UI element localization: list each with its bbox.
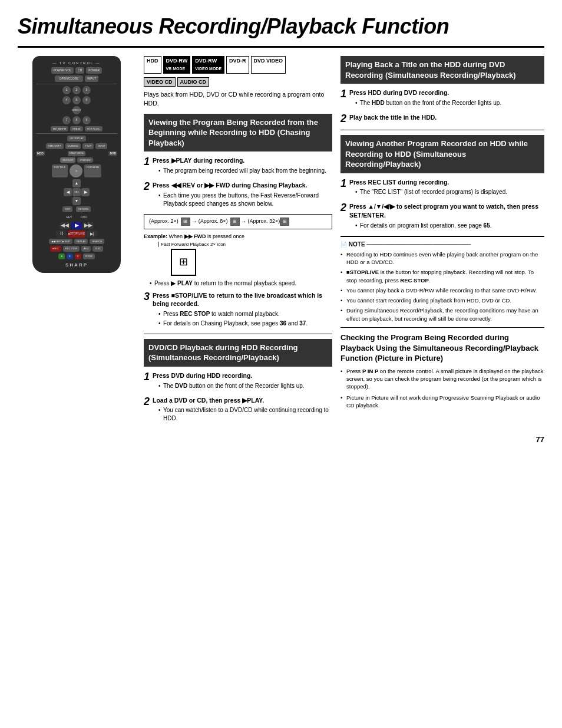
remote-fwd-btn[interactable]: ▶▶: [83, 222, 94, 229]
section3-step2-title: Play back the title in the HDD.: [349, 113, 544, 122]
speed-icon-32x: ⊞: [280, 218, 289, 226]
ff-example: Example: When ▶▶ FWD is pressed once Fas…: [144, 233, 332, 276]
speed-icon-2x: ⊞: [181, 218, 190, 226]
step1-bullet1: The program being recorded will play bac…: [158, 167, 332, 175]
remote-transport-row: ◀◀ ▶ ▶▶: [36, 222, 117, 229]
step-num-1: 1: [144, 156, 150, 168]
section3-header: Playing Back a Title on the HDD during D…: [340, 56, 544, 84]
middle-column: HDD DVD-RWVR MODE DVD-RWVIDEO MODE DVD-R…: [144, 56, 332, 429]
step2-bullets: Each time you press the buttons, the Fas…: [153, 192, 332, 208]
remote-skip-btn[interactable]: ▶|: [87, 230, 97, 238]
remote-num6[interactable]: 6: [82, 96, 91, 104]
section2-step-num-1: 1: [144, 371, 150, 383]
remote-input-btn[interactable]: INPUT: [85, 75, 98, 82]
remote-num2[interactable]: 2: [72, 86, 81, 94]
remote-pause-btn[interactable]: ⏸: [56, 230, 67, 238]
page-number: 77: [18, 434, 544, 445]
remote-search-btn[interactable]: SEARCH: [90, 239, 104, 245]
remote-ch-btn[interactable]: CH: [75, 67, 84, 74]
remote-dvd-tele-btn[interactable]: DVD TELE: [52, 164, 68, 177]
step3-bullet2: For details on Chasing Playback, see pag…: [158, 319, 332, 328]
remote-play-btn[interactable]: ▶: [71, 222, 82, 229]
speed-item-2x: ⊞: [181, 218, 190, 226]
section2-step2-bullet1: You can watch/listen to a DVD/CD while c…: [158, 406, 332, 423]
remote-start-menu-btn[interactable]: START MENU: [68, 151, 85, 156]
remote-c-btn[interactable]: C: [75, 253, 81, 259]
remote-num5[interactable]: 5: [72, 96, 81, 104]
section1-step3: 3 Press ■STOP/LIVE to return to the live…: [144, 291, 332, 329]
remote-enterance-btn[interactable]: ENTRANPM: [51, 126, 68, 132]
remote-power-vol-btn[interactable]: POWER VOL: [51, 67, 74, 74]
remote-erase-btn[interactable]: ERASE: [70, 126, 83, 132]
remote-b-btn[interactable]: B: [67, 253, 73, 259]
remote-ch-display-btn[interactable]: CH DISPLAY: [67, 136, 86, 141]
remote-rev-btn[interactable]: ◀◀: [59, 222, 70, 229]
badge-dvdrw-vr: DVD-RWVR MODE: [163, 56, 191, 73]
badge-hdd: HDD: [144, 56, 161, 73]
remote-easy-skip-btn[interactable]: ◀◀ EASY ▶ SKIP: [49, 239, 72, 245]
ff-icon-box: ⊞: [171, 249, 196, 275]
remote-a-btn[interactable]: A: [58, 253, 65, 259]
section4-step-num-1: 1: [340, 178, 346, 190]
step-num-2: 2: [144, 181, 150, 193]
step2-title: Press ◀◀ REV or ▶▶ FWD during Chasing Pl…: [153, 181, 332, 190]
remote-power-btn[interactable]: POWER: [86, 67, 102, 74]
remote-return-btn[interactable]: RETURN: [76, 206, 91, 212]
section2-step-num-2: 2: [144, 396, 150, 408]
section2-step1-bullet1: The DVD button on the front of the Recor…: [158, 382, 332, 390]
remote-num9[interactable]: 9: [82, 116, 91, 124]
section2-step1: 1 Press DVD during HDD recording. The DV…: [144, 371, 332, 391]
remote-disc-btn[interactable]: DISC: [92, 246, 103, 252]
remote-direct-btn[interactable]: DIRECT: [72, 106, 81, 114]
ff-example-label: Example: When ▶▶ FWD is pressed once: [144, 233, 332, 241]
section4-step2-title: Press ▲/▼/◀/▶ to select program you want…: [349, 202, 544, 219]
remote-stop-live-btn[interactable]: ■STOP/LIVE: [68, 230, 85, 238]
section1-step2: 2 Press ◀◀ REV or ▶▶ FWD during Chasing …: [144, 181, 332, 209]
remote-time-shift-btn[interactable]: TIME SHIFT: [46, 143, 64, 149]
remote-num1[interactable]: 1: [62, 86, 71, 94]
note-list: Recording to HDD continues even while pl…: [340, 251, 544, 322]
remote-num7[interactable]: 7: [62, 116, 71, 124]
badge-video-cd: VIDEO CD: [144, 77, 176, 87]
remote-dvd-menu-btn[interactable]: DVD MENU: [84, 164, 101, 177]
remote-left-btn[interactable]: ◀: [64, 188, 72, 196]
remote-rec-list-btn[interactable]: REC LIST: [60, 157, 75, 163]
remote-down-btn[interactable]: ▼: [72, 197, 81, 205]
speed-item-32x: ⊞: [280, 218, 289, 226]
note-item-3: You cannot play back a DVD-R/RW while re…: [340, 286, 544, 294]
remote-pinp-btn[interactable]: P IN P: [82, 143, 94, 149]
remote-aux-btn[interactable]: AUX: [81, 246, 91, 252]
remote-fwd-label: FWD: [78, 214, 89, 220]
remote-exit-btn[interactable]: EXIT: [62, 206, 72, 212]
remote-num8[interactable]: 8: [72, 116, 81, 124]
remote-dubbing-btn[interactable]: DUBBING: [65, 143, 81, 149]
section2-step2-title: Load a DVD or CD, then press ▶PLAY.: [153, 396, 332, 405]
section3-step-num-1: 1: [340, 88, 346, 100]
remote-input2-btn[interactable]: INPUT: [95, 143, 107, 149]
remote-nav-btn[interactable]: ◎: [70, 164, 82, 177]
remote-right-btn[interactable]: ▶: [81, 188, 90, 196]
step-num-3: 3: [144, 291, 150, 303]
remote-rcr-plus-btn[interactable]: RCR PLUS+: [85, 126, 103, 132]
section4-header: Viewing Another Program Recorded on HDD …: [340, 135, 544, 173]
remote-dvd-btn[interactable]: DVD: [108, 151, 117, 156]
remote-rec-btn[interactable]: ●REC: [50, 246, 61, 252]
remote-rec-stop-btn[interactable]: REC STOP: [63, 246, 80, 252]
remote-zoom-btn[interactable]: ZOOM: [83, 253, 95, 259]
section4-step2-bullets: For details on program list operation, s…: [349, 222, 544, 230]
remote-enter-btn[interactable]: SET: [72, 188, 81, 196]
mode-badges-row1: HDD DVD-RWVR MODE DVD-RWVIDEO MODE DVD-R…: [144, 56, 332, 73]
note-item-5: During Simultaneous Record/Playback, the…: [340, 307, 544, 322]
section3-step1: 1 Press HDD during DVD recording. The HD…: [340, 88, 544, 108]
remote-replay-btn[interactable]: REPLAY: [74, 239, 88, 245]
remote-open-close-btn[interactable]: OPEN/CLOSE: [55, 75, 84, 82]
remote-num3[interactable]: 3: [82, 86, 91, 94]
section5-bullet2: Picture in Picture will not work during …: [340, 394, 544, 410]
step3-title: Press ■STOP/LIVE to return to the live b…: [153, 291, 332, 308]
note-item-2: ■STOP/LIVE is the button for stopping pl…: [340, 268, 544, 284]
remote-num4[interactable]: 4: [62, 96, 71, 104]
remote-up-btn[interactable]: ▲: [72, 179, 81, 187]
remote-hdd-btn[interactable]: HDD: [36, 151, 45, 156]
remote-dvd-on-hdd-btn[interactable]: DVD/HDD: [77, 157, 92, 163]
ff-return-bullet: Press ▶ PLAY to return to the normal pla…: [144, 279, 332, 288]
